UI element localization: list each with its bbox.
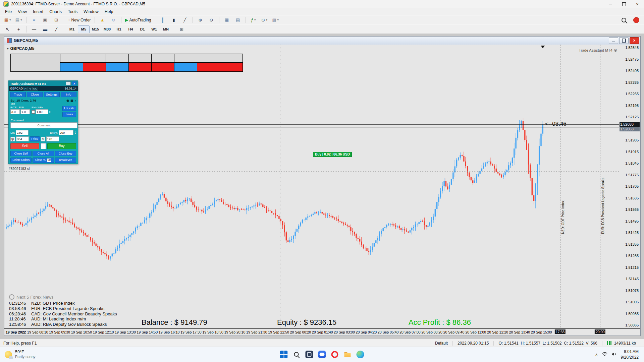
close-percent-button[interactable]: Close % 50: [33, 158, 54, 163]
panel-nav-button-2[interactable]: OC: [32, 87, 38, 90]
search-icon[interactable]: [293, 351, 301, 358]
autotrading-button[interactable]: ▶AutoTrading: [123, 16, 153, 24]
menu-insert[interactable]: Insert: [30, 9, 46, 15]
speaker-icon[interactable]: [611, 352, 617, 358]
spinner-icon[interactable]: ▲ ▼: [49, 110, 51, 113]
price-button[interactable]: Price: [30, 136, 40, 141]
menu-file[interactable]: File: [2, 9, 15, 15]
market-watch-button[interactable]: ≡: [29, 16, 40, 24]
chart-window-titlebar[interactable]: GBPCAD,M5 ×: [4, 37, 640, 45]
menu-view[interactable]: View: [15, 9, 30, 15]
panel-close-button[interactable]: x: [72, 81, 76, 85]
close-percent-input[interactable]: 50: [47, 159, 51, 162]
new-chart-button[interactable]: ▦▾: [2, 16, 13, 24]
timeframe-m1-button[interactable]: M1: [66, 25, 78, 33]
window-minimize-button[interactable]: [604, 0, 617, 8]
periods-button[interactable]: ⊙▾: [259, 16, 270, 24]
panel-nav-button-0[interactable]: |<: [23, 87, 28, 90]
close-buy-button[interactable]: Close Buy: [55, 151, 76, 156]
zoom-out-button[interactable]: ⊖: [206, 16, 217, 24]
risk-checkbox[interactable]: [32, 110, 35, 114]
hidden-icons-chevron[interactable]: ∧: [595, 352, 598, 357]
period-grid-button[interactable]: ⊞: [176, 25, 187, 33]
menu-window[interactable]: Window: [80, 9, 101, 15]
panel-titlebar[interactable]: Trade Assistant MT4 9.5 x: [9, 81, 78, 86]
weather-widget[interactable]: 59°F Partly sunny: [0, 350, 40, 359]
bar-chart-button[interactable]: ║: [157, 16, 168, 24]
sl-input[interactable]: [46, 136, 59, 141]
menu-help[interactable]: Help: [102, 9, 116, 15]
timeframe-mn-button[interactable]: MN: [160, 25, 172, 33]
tp-input[interactable]: [16, 136, 29, 141]
chart-restore-button[interactable]: [619, 37, 629, 44]
spinner-down-icon[interactable]: ▼: [49, 112, 51, 114]
window-maximize-button[interactable]: [617, 0, 631, 8]
timeframe-d1-button[interactable]: D1: [137, 25, 148, 33]
line-chart-button[interactable]: ╱: [179, 16, 191, 24]
open-position-marker[interactable]: Buy | 0.92 | 86.36 USD: [313, 152, 352, 157]
task-view-icon[interactable]: [306, 351, 313, 358]
chart-minimize-button[interactable]: [609, 37, 618, 44]
data-window-button[interactable]: ▣: [40, 16, 51, 24]
camera-icon[interactable]: [66, 81, 71, 85]
calendar-icon[interactable]: ▦: [70, 99, 73, 102]
cascade-windows-button[interactable]: ▤: [232, 16, 244, 24]
swap-box[interactable]: [41, 143, 46, 149]
tile-windows-button[interactable]: ▦: [221, 16, 232, 24]
panel-tab-settings[interactable]: Settings: [44, 92, 60, 97]
timeframe-m5-button[interactable]: M5: [78, 25, 90, 33]
close-sell-button[interactable]: Close Sell: [10, 151, 32, 156]
panel-tab-close[interactable]: Close: [27, 92, 43, 97]
horizontal-line-button[interactable]: —: [29, 25, 40, 33]
lines-button[interactable]: Lines: [62, 112, 76, 117]
timeframe-m30-button[interactable]: M30: [101, 25, 113, 33]
buy-button[interactable]: Buy: [47, 143, 76, 149]
metaeditor-button[interactable]: ▲: [97, 16, 108, 24]
panel-nav-button-1[interactable]: >|: [28, 87, 32, 90]
start-button[interactable]: [280, 351, 288, 358]
wifi-icon[interactable]: [602, 352, 607, 358]
menu-tools[interactable]: Tools: [65, 9, 80, 15]
candlestick-chart-button[interactable]: ▮: [168, 16, 179, 24]
lot-input[interactable]: [16, 130, 29, 135]
expert-advisors-button[interactable]: ☺: [108, 16, 119, 24]
eye-icon[interactable]: ◉: [66, 99, 69, 102]
spinner-down-icon[interactable]: ▼: [74, 133, 76, 134]
comment-input[interactable]: [10, 122, 77, 128]
indicators-button[interactable]: ƒ▾: [248, 16, 259, 24]
rectangle-button[interactable]: ▬: [40, 25, 51, 33]
navigator-button[interactable]: ⊞: [51, 16, 62, 24]
trendline-button[interactable]: ╱: [51, 25, 62, 33]
close-all-button[interactable]: Close All: [33, 151, 54, 156]
crosshair-button[interactable]: +: [13, 25, 24, 33]
window-close-button[interactable]: ×: [631, 0, 644, 8]
bell-icon[interactable]: ♪: [75, 99, 76, 102]
timeframe-m15-button[interactable]: M15: [90, 25, 101, 33]
timeframe-h4-button[interactable]: H4: [125, 25, 137, 33]
risk-input[interactable]: [36, 109, 48, 114]
file-explorer-icon[interactable]: [344, 351, 352, 358]
templates-button[interactable]: ▨▾: [270, 16, 281, 24]
template-status[interactable]: Default: [430, 341, 452, 346]
opera-browser-icon[interactable]: [331, 351, 339, 358]
new-order-button[interactable]: +New Order: [66, 16, 93, 24]
teams-chat-icon[interactable]: [318, 351, 326, 358]
time-axis[interactable]: 19 Sep 202219 Sep 08:1019 Sep 09:3019 Se…: [4, 328, 640, 336]
timeframe-h1-button[interactable]: H1: [113, 25, 125, 33]
edge-browser-icon[interactable]: [357, 351, 364, 358]
notifications-icon[interactable]: [633, 17, 639, 23]
rtp-input[interactable]: [10, 109, 20, 114]
chart-plot[interactable]: ▾ GBPCAD,M5 Trade Assistant MT4 9.5 x GB…: [4, 45, 619, 329]
search-button[interactable]: [618, 16, 629, 24]
chart-close-button[interactable]: ×: [630, 37, 639, 44]
menu-charts[interactable]: Charts: [46, 9, 65, 15]
rsl-input[interactable]: [20, 109, 30, 114]
profiles-button[interactable]: ▤▾: [13, 16, 24, 24]
connection-status[interactable]: 14903/11 kb: [602, 341, 641, 346]
lot-calc-button[interactable]: Lot calc: [62, 106, 76, 111]
spinner-icon[interactable]: ▲ ▼: [74, 131, 76, 134]
entry-input[interactable]: [59, 130, 73, 135]
timeframe-w1-button[interactable]: W1: [148, 25, 160, 33]
sell-button[interactable]: Sell: [10, 143, 39, 149]
taskbar-clock[interactable]: 9:01 AM 9/20/2022: [621, 349, 639, 360]
